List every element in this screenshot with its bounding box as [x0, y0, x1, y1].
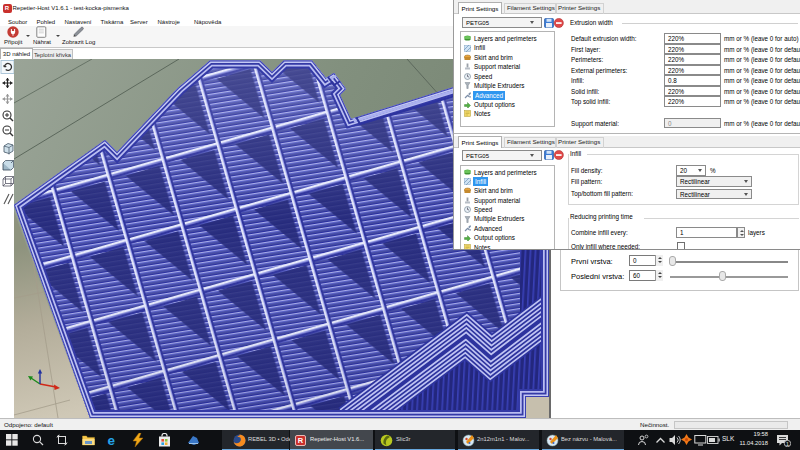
svg-text:e: e [108, 433, 116, 448]
